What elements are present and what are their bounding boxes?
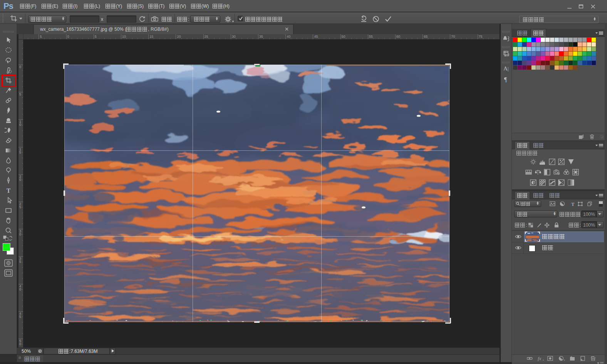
svg-text:T: T (571, 201, 575, 207)
svg-text:fx: fx (538, 356, 542, 361)
svg-text:T: T (7, 187, 11, 194)
